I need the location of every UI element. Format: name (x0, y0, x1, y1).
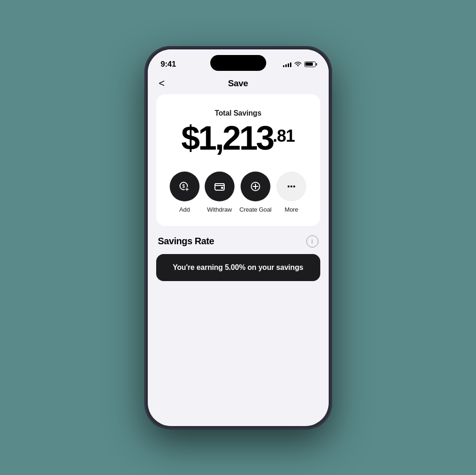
savings-rate-section: Savings Rate i You're earning 5.00% on y… (156, 234, 320, 281)
actions-row: $ Add (167, 172, 309, 213)
earnings-text: You're earning 5.00% on your savings (173, 263, 304, 271)
more-icon-circle (276, 172, 306, 201)
savings-amount-cents: .81 (273, 126, 295, 145)
withdraw-label: Withdraw (207, 206, 232, 213)
savings-label: Total Savings (167, 109, 309, 117)
nav-header: < Save (148, 73, 329, 94)
phone-screen: 9:41 (148, 49, 329, 426)
savings-amount: $1,213.81 (167, 121, 309, 155)
withdraw-button[interactable]: Withdraw (205, 172, 235, 213)
svg-point-10 (288, 185, 290, 187)
earnings-banner: You're earning 5.00% on your savings (156, 254, 320, 281)
savings-amount-main: $1,213 (181, 119, 273, 157)
status-time: 9:41 (161, 60, 176, 69)
add-label: Add (179, 206, 190, 213)
wallet-icon (213, 180, 226, 193)
main-content: Total Savings $1,213.81 $ (148, 94, 329, 281)
savings-card: Total Savings $1,213.81 $ (156, 94, 320, 226)
create-goal-icon-circle (241, 172, 270, 201)
back-button[interactable]: < (159, 78, 165, 89)
more-label: More (285, 206, 298, 213)
status-icons (283, 61, 316, 68)
battery-icon (304, 62, 316, 67)
wifi-icon (294, 61, 302, 68)
svg-text:$: $ (182, 184, 185, 189)
phone-frame: 9:41 (145, 47, 331, 429)
create-goal-button[interactable]: Create Goal (239, 172, 271, 213)
add-button[interactable]: $ Add (170, 172, 200, 213)
plus-circle-icon (249, 180, 262, 193)
add-money-icon: $ (178, 180, 191, 193)
savings-rate-header: Savings Rate i (156, 234, 320, 254)
info-button[interactable]: i (306, 235, 318, 248)
savings-rate-title: Savings Rate (158, 236, 214, 247)
dots-icon (285, 180, 298, 193)
create-goal-label: Create Goal (239, 206, 271, 213)
page-title: Save (228, 78, 248, 89)
dynamic-island (210, 55, 266, 71)
svg-point-11 (290, 185, 292, 187)
withdraw-icon-circle (205, 172, 235, 201)
info-icon: i (311, 238, 313, 245)
svg-point-12 (293, 185, 295, 187)
add-icon-circle: $ (170, 172, 200, 201)
more-button[interactable]: More (276, 172, 306, 213)
svg-rect-6 (221, 187, 223, 189)
signal-icon (283, 62, 291, 67)
